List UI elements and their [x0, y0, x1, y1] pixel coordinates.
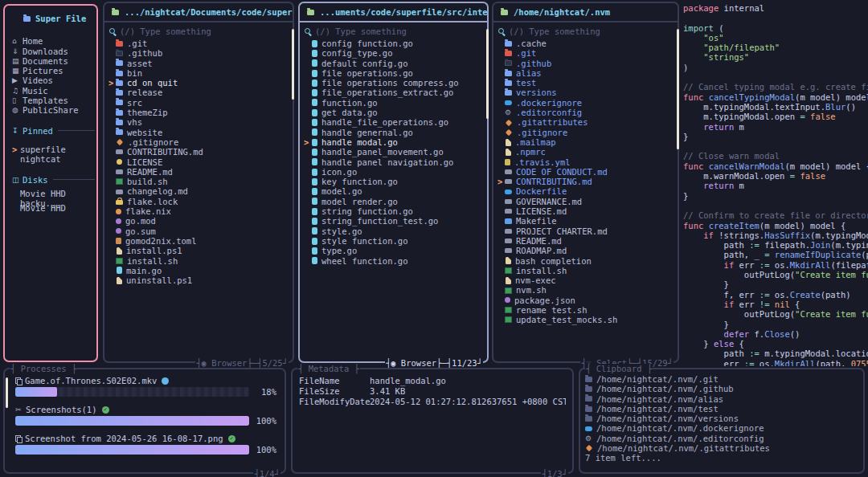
- file-row[interactable]: go.sum: [108, 226, 293, 236]
- file-row[interactable]: ⚙.editorconfig: [497, 108, 678, 117]
- file-row[interactable]: bash_completion: [497, 256, 678, 266]
- sidebar-item-music[interactable]: ♫Music: [12, 86, 96, 96]
- scrollbar-thumb[interactable]: [292, 29, 294, 100]
- file-row[interactable]: release: [108, 88, 293, 97]
- file-row[interactable]: LICENSE: [108, 157, 293, 167]
- file-row[interactable]: .npmrc: [497, 147, 678, 157]
- file-row[interactable]: >handle_modal.go: [304, 137, 487, 147]
- search-bar[interactable]: (/) Type something: [497, 26, 678, 37]
- file-row[interactable]: README.md: [497, 236, 678, 246]
- search-bar[interactable]: (/) Type something: [304, 26, 487, 37]
- file-row[interactable]: alias: [497, 68, 678, 78]
- file-row[interactable]: .github: [108, 48, 293, 58]
- file-row[interactable]: .travis.yml: [497, 157, 678, 167]
- file-row[interactable]: model.go: [304, 186, 487, 196]
- file-row[interactable]: handle_panel_navigation.go: [304, 157, 487, 167]
- file-row[interactable]: .mailmap: [497, 137, 678, 147]
- file-row[interactable]: icon.go: [304, 167, 487, 177]
- file-row[interactable]: versions: [497, 88, 678, 97]
- file-row[interactable]: GOVERNANCE.md: [497, 197, 678, 206]
- file-row[interactable]: model_render.go: [304, 197, 487, 206]
- clipboard-path: /home/nightcat/.nvm/.github: [596, 384, 734, 393]
- file-row[interactable]: themeZip: [108, 108, 293, 117]
- file-row[interactable]: function.go: [304, 98, 487, 108]
- sidebar-item-pictures[interactable]: ▦Pictures: [12, 66, 96, 75]
- scrollbar-thumb[interactable]: [486, 29, 489, 119]
- file-row[interactable]: config_type.go: [304, 48, 487, 58]
- pinned-item-nightcat[interactable]: nightcat: [12, 154, 96, 164]
- file-row[interactable]: file_operations_compress.go: [304, 78, 487, 88]
- file-row[interactable]: style_function.go: [304, 236, 487, 246]
- file-row[interactable]: >cd_on_quit: [108, 78, 293, 88]
- file-row[interactable]: CODE_OF_CONDUCT.md: [497, 167, 678, 177]
- file-row[interactable]: install.sh: [108, 256, 293, 266]
- file-row[interactable]: main.go: [108, 266, 293, 275]
- file-row[interactable]: flake.nix: [108, 206, 293, 216]
- panel-path: /home/nightcat/.nvm: [514, 7, 610, 17]
- file-row[interactable]: ROADMAP.md: [497, 246, 678, 255]
- file-row[interactable]: wheel_function.go: [304, 256, 487, 266]
- file-row[interactable]: style.go: [304, 226, 487, 236]
- file-name: handle_file_operations.go: [321, 117, 448, 127]
- file-row[interactable]: .git: [108, 39, 293, 48]
- file-row[interactable]: .gitignore: [108, 137, 293, 147]
- file-row[interactable]: .gitattributes: [497, 117, 678, 127]
- file-row[interactable]: test: [497, 78, 678, 88]
- sidebar-item-downloads[interactable]: ⇓Downloads: [12, 47, 96, 56]
- scrollbar-thumb[interactable]: [677, 29, 679, 149]
- file-row[interactable]: build.sh: [108, 177, 293, 186]
- file-row[interactable]: vhs: [108, 117, 293, 127]
- search-bar[interactable]: (/) Type something: [108, 26, 293, 37]
- sidebar-item-templates[interactable]: ▯Templates: [12, 96, 96, 105]
- file-row[interactable]: string_function.go: [304, 206, 487, 216]
- file-row[interactable]: flake.lock: [108, 197, 293, 206]
- file-row[interactable]: PROJECT_CHARTER.md: [497, 226, 678, 236]
- file-row[interactable]: key_function.go: [304, 177, 487, 186]
- file-row[interactable]: Dockerfile: [497, 186, 678, 196]
- file-row[interactable]: type.go: [304, 246, 487, 255]
- sidebar-item-documents[interactable]: ▤Documents: [12, 56, 96, 66]
- file-row[interactable]: CONTRIBUTING.md: [108, 147, 293, 157]
- file-row[interactable]: install.sh: [497, 266, 678, 275]
- file-row[interactable]: update_test_mocks.sh: [497, 315, 678, 324]
- file-row[interactable]: Makefile: [497, 216, 678, 226]
- file-row[interactable]: .git: [497, 48, 678, 58]
- file-row[interactable]: gomod2nix.toml: [108, 236, 293, 246]
- file-row[interactable]: >CONTRIBUTING.md: [497, 177, 678, 186]
- file-row[interactable]: nvm.sh: [497, 285, 678, 295]
- file-row[interactable]: file_operations_extract.go: [304, 88, 487, 97]
- sh-icon: [505, 287, 512, 294]
- file-row[interactable]: nvm-exec: [497, 275, 678, 285]
- file-row[interactable]: website: [108, 128, 293, 137]
- file-row[interactable]: handle_file_operations.go: [304, 117, 487, 127]
- file-row[interactable]: handle_panel_movement.go: [304, 147, 487, 157]
- file-row[interactable]: default_config.go: [304, 59, 487, 68]
- file-row[interactable]: handle_genernal.go: [304, 128, 487, 137]
- file-row[interactable]: uninstall.ps1: [108, 275, 293, 285]
- file-row[interactable]: .github: [497, 59, 678, 68]
- file-row[interactable]: asset: [108, 59, 293, 68]
- scrollbar-thumb[interactable]: [6, 377, 8, 408]
- file-row[interactable]: LICENSE.md: [497, 206, 678, 216]
- file-row[interactable]: install.ps1: [108, 246, 293, 255]
- file-row[interactable]: .cache: [497, 39, 678, 48]
- file-row[interactable]: get_data.go: [304, 108, 487, 117]
- sidebar-item-videos[interactable]: ▶Videos: [12, 75, 96, 85]
- file-row[interactable]: src: [108, 98, 293, 108]
- disk-item-movie-hhd-backu-[interactable]: Movie HHD backu...: [12, 194, 96, 203]
- sidebar-item-home[interactable]: ⌂Home: [12, 36, 96, 46]
- file-row[interactable]: bin: [108, 68, 293, 78]
- sidebar-item-publicshare[interactable]: ◍PublicShare: [12, 105, 96, 115]
- pinned-label: Pinned: [23, 126, 53, 136]
- file-row[interactable]: .gitignore: [497, 128, 678, 137]
- file-row[interactable]: string_function_test.go: [304, 216, 487, 226]
- file-row[interactable]: package.json: [497, 296, 678, 305]
- pinned-item-superfile[interactable]: >superfile: [12, 145, 96, 154]
- file-row[interactable]: config_function.go: [304, 39, 487, 48]
- file-row[interactable]: file_operations.go: [304, 68, 487, 78]
- file-row[interactable]: go.mod: [108, 216, 293, 226]
- file-row[interactable]: changelog.md: [108, 186, 293, 196]
- file-row[interactable]: .dockerignore: [497, 98, 678, 108]
- file-row[interactable]: README.md: [108, 167, 293, 177]
- file-row[interactable]: rename_test.sh: [497, 305, 678, 315]
